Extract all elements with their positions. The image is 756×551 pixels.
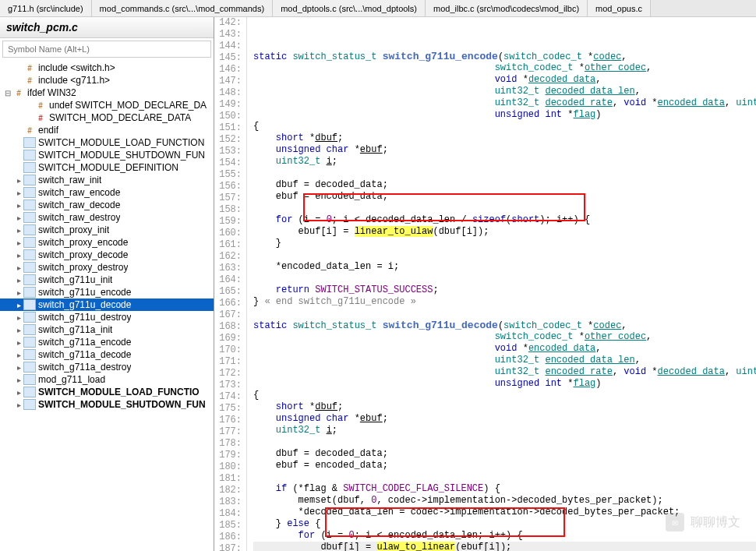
code-line[interactable]: [253, 308, 756, 320]
code-line[interactable]: memset(dbuf, 0, codec->implementation->d…: [253, 495, 756, 507]
code-line[interactable]: ebuf = encoded_data;: [253, 191, 756, 203]
tree-expander-icon[interactable]: ▸: [14, 363, 23, 372]
code-line[interactable]: ebuf[i] = linear_to_ulaw(dbuf[i]);: [253, 226, 756, 238]
code-line[interactable]: uint32_t encoded_data_len,: [253, 355, 756, 366]
symbol-tree-item[interactable]: ▸switch_g711u_init: [0, 274, 214, 286]
code-line[interactable]: dbuf = decoded_data;: [253, 179, 756, 191]
tree-expander-icon[interactable]: ▸: [14, 301, 23, 309]
code-line[interactable]: short *dbuf;: [253, 401, 756, 413]
code-line[interactable]: switch_codec_t *other_codec,: [253, 62, 756, 74]
code-line[interactable]: [253, 436, 756, 448]
code-line[interactable]: [253, 472, 756, 483]
code-line[interactable]: short *dbuf;: [253, 132, 756, 144]
symbol-tree-item[interactable]: ⊟#ifdef WIN32: [0, 87, 214, 99]
code-line[interactable]: {: [253, 390, 756, 401]
code-line[interactable]: for (i = 0; i < decoded_data_len / sizeo…: [253, 214, 756, 226]
code-line[interactable]: [253, 39, 756, 51]
tree-expander-icon[interactable]: ▸: [14, 263, 23, 272]
code-line[interactable]: switch_codec_t *other_codec,: [253, 331, 756, 343]
file-tab[interactable]: g711.h (src\include): [0, 0, 92, 16]
tree-expander-icon[interactable]: ▸: [14, 388, 23, 397]
code-line[interactable]: }: [253, 238, 756, 249]
code-line[interactable]: {: [253, 121, 756, 132]
code-line[interactable]: void *encoded_data,: [253, 343, 756, 355]
file-tab[interactable]: mod_ilbc.c (src\mod\codecs\mod_ilbc): [426, 0, 588, 16]
tree-expander-icon[interactable]: ▸: [14, 338, 23, 347]
symbol-tree-item[interactable]: ▸switch_proxy_decode: [0, 249, 214, 261]
tree-expander-icon[interactable]: ▸: [14, 176, 23, 185]
symbol-tree-item[interactable]: #include <g711.h>: [0, 74, 214, 87]
symbol-tree-item[interactable]: #endif: [0, 124, 214, 136]
file-tab[interactable]: mod_opus.c: [588, 0, 651, 16]
function-icon: [23, 262, 36, 273]
symbol-tree-item[interactable]: ▸switch_g711u_encode: [0, 286, 214, 298]
code-line[interactable]: uint32_t decoded_data_len,: [253, 86, 756, 97]
symbol-tree-item[interactable]: ▸switch_raw_decode: [0, 199, 214, 211]
tree-expander-icon[interactable]: ▸: [14, 351, 23, 359]
symbol-tree-item[interactable]: SWITCH_MODULE_LOAD_FUNCTION: [0, 136, 214, 149]
symbol-search-input[interactable]: [2, 41, 211, 58]
tree-expander-icon[interactable]: ▸: [14, 201, 23, 210]
tree-expander-icon[interactable]: ▸: [14, 276, 23, 284]
code-line[interactable]: *encoded_data_len = i;: [253, 261, 756, 273]
code-line[interactable]: unsigned int *flag): [253, 109, 756, 121]
code-line[interactable]: dbuf[i] = ulaw_to_linear(ebuf[i]);: [253, 542, 756, 551]
tree-expander-icon[interactable]: ▸: [14, 376, 23, 384]
code-line[interactable]: ebuf = encoded_data;: [253, 460, 756, 472]
tree-expander-icon[interactable]: ▸: [14, 189, 23, 197]
file-tab[interactable]: mod_commands.c (src\...\mod_commands): [92, 0, 274, 16]
tree-expander-icon[interactable]: ⊟: [3, 89, 12, 97]
symbol-tree-item[interactable]: ▸mod_g711_load: [0, 373, 214, 386]
code-line[interactable]: unsigned char *ebuf;: [253, 144, 756, 156]
tree-expander-icon[interactable]: ▸: [14, 251, 23, 260]
tree-expander-icon[interactable]: ▸: [14, 226, 23, 235]
symbol-tree-item[interactable]: ▸switch_proxy_init: [0, 224, 214, 236]
symbol-tree-item[interactable]: SWITCH_MODULE_DEFINITION: [0, 161, 214, 174]
code-line[interactable]: [253, 273, 756, 284]
code-line[interactable]: uint32_t i;: [253, 425, 756, 436]
tree-expander-icon[interactable]: ▸: [14, 214, 23, 222]
symbol-tree-item[interactable]: ▸switch_raw_init: [0, 174, 214, 186]
symbol-tree-item[interactable]: ▸switch_g711u_destroy: [0, 311, 214, 323]
symbol-tree-item[interactable]: ▸switch_g711a_init: [0, 323, 214, 336]
symbol-tree-item[interactable]: #SWITCH_MOD_DECLARE_DATA: [0, 111, 214, 124]
code-editor[interactable]: 142:143:144:145:146:147:148:149:150:151:…: [214, 17, 756, 551]
line-number: 170:: [214, 344, 242, 356]
code-line[interactable]: uint32_t decoded_rate, void *encoded_dat…: [253, 97, 756, 109]
code-line[interactable]: [253, 249, 756, 261]
tree-expander-icon[interactable]: ▸: [14, 313, 23, 322]
code-line[interactable]: dbuf = decoded_data;: [253, 448, 756, 460]
symbol-tree-item[interactable]: ▸switch_raw_destroy: [0, 211, 214, 224]
file-tab[interactable]: mod_dptools.c (src\...\mod_dptools): [273, 0, 426, 16]
symbol-tree-item[interactable]: ▸switch_g711u_decode: [0, 298, 214, 311]
symbol-tree-item[interactable]: ▸switch_proxy_encode: [0, 236, 214, 249]
code-line[interactable]: return SWITCH_STATUS_SUCCESS;: [253, 284, 756, 296]
symbol-tree-item[interactable]: #include <switch.h>: [0, 62, 214, 74]
code-line[interactable]: [253, 203, 756, 214]
code-line[interactable]: static switch_status_t switch_g711u_enco…: [253, 51, 756, 62]
symbol-tree-item[interactable]: SWITCH_MODULE_SHUTDOWN_FUN: [0, 149, 214, 161]
code-line[interactable]: uint32_t encoded_rate, void *decoded_dat…: [253, 366, 756, 378]
symbol-tree-item[interactable]: ▸SWITCH_MODULE_LOAD_FUNCTIO: [0, 386, 214, 398]
symbol-tree-item[interactable]: ▸switch_g711a_decode: [0, 348, 214, 361]
code-line[interactable]: [253, 168, 756, 179]
code-line[interactable]: void *decoded_data,: [253, 74, 756, 86]
code-line[interactable]: uint32_t i;: [253, 156, 756, 168]
tree-expander-icon[interactable]: ▸: [14, 288, 23, 297]
tree-expander-icon[interactable]: ▸: [14, 238, 23, 247]
code-line[interactable]: for (i = 0; i < encoded_data_len; i++) {: [253, 530, 756, 542]
symbol-tree-item[interactable]: #undef SWITCH_MOD_DECLARE_DA: [0, 99, 214, 111]
code-line[interactable]: if (*flag & SWITCH_CODEC_FLAG_SILENCE) {: [253, 483, 756, 495]
tree-expander-icon[interactable]: ▸: [14, 401, 23, 409]
symbol-tree-item[interactable]: ▸switch_proxy_destroy: [0, 261, 214, 274]
code-line[interactable]: unsigned char *ebuf;: [253, 413, 756, 425]
code-line[interactable]: static switch_status_t switch_g711u_deco…: [253, 320, 756, 331]
code-line[interactable]: } « end switch_g711u_encode »: [253, 296, 756, 308]
symbol-tree-item[interactable]: ▸switch_g711a_encode: [0, 336, 214, 348]
code-content[interactable]: static switch_status_t switch_g711u_enco…: [247, 17, 756, 551]
symbol-tree-item[interactable]: ▸SWITCH_MODULE_SHUTDOWN_FUN: [0, 398, 214, 411]
symbol-tree-item[interactable]: ▸switch_g711a_destroy: [0, 361, 214, 373]
code-line[interactable]: unsigned int *flag): [253, 378, 756, 390]
tree-expander-icon[interactable]: ▸: [14, 326, 23, 334]
symbol-tree-item[interactable]: ▸switch_raw_encode: [0, 186, 214, 199]
